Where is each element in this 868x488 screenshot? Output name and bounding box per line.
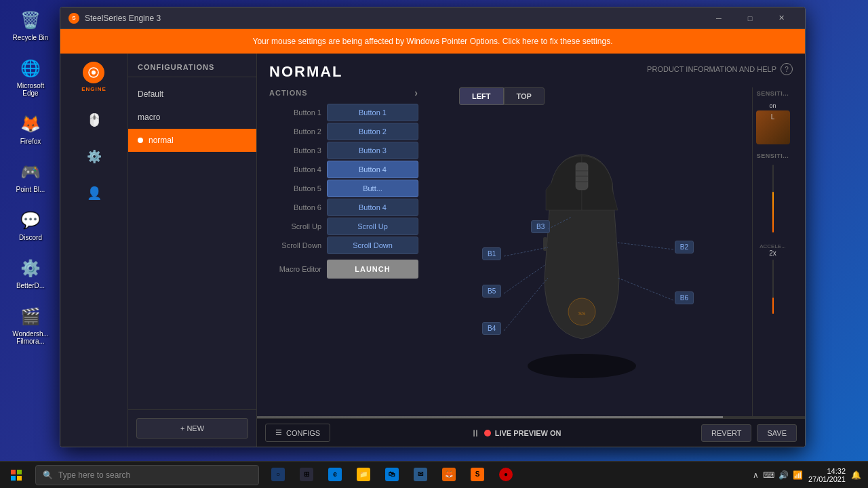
recycle-bin-label: Recycle Bin	[13, 34, 49, 41]
desktop-icon-discord[interactable]: 💬 Discord	[7, 207, 54, 244]
action-label-3: Button 4	[269, 165, 327, 174]
taskbar: 🔍 Type here to search ○ ⊞ e 📁 🛍 ✉ 🦊 S ●	[0, 461, 868, 488]
config-item-default[interactable]: Default	[128, 83, 256, 106]
action-btn-5[interactable]: Button 4	[327, 199, 418, 216]
tab-left[interactable]: LEFT	[459, 87, 504, 105]
desktop-icon-filmora[interactable]: 🎬 Wondersh... Filmora...	[7, 303, 54, 348]
action-btn-6[interactable]: Scroll Up	[327, 218, 418, 235]
acceleration-slider[interactable]	[772, 260, 774, 314]
action-btn-2[interactable]: Button 3	[327, 142, 418, 159]
search-icon: 🔍	[43, 470, 53, 480]
product-info-label: PRODUCT INFORMATION AND HELP	[647, 65, 776, 73]
windows-icon	[11, 470, 22, 481]
taskbar-app-cortana[interactable]: ○	[264, 462, 292, 489]
content-body: ACTIONS › Button 1 Button 1 Button 2 But…	[257, 87, 805, 416]
action-btn-1[interactable]: Button 2	[327, 123, 418, 140]
action-row-6: Scroll Up Scroll Up	[269, 218, 418, 235]
notification-bar[interactable]: Your mouse settings are being affected b…	[60, 29, 805, 54]
action-btn-3[interactable]: Button 4	[327, 161, 418, 178]
start-button[interactable]	[0, 462, 33, 489]
firefox-tb-icon: 🦊	[442, 468, 456, 481]
desktop-icon-better[interactable]: ⚙️ BetterD...	[7, 255, 54, 292]
mouse-button-b5[interactable]: B5	[482, 285, 501, 298]
taskbar-right: ∧ ⌨ 🔊 📶 14:32 27/01/2021 🔔	[753, 467, 868, 483]
taskbar-app-record[interactable]: ●	[492, 462, 519, 489]
network-icon[interactable]: 📶	[793, 470, 803, 480]
user-icon: 👤	[87, 186, 102, 201]
tab-top[interactable]: TOP	[504, 87, 545, 105]
save-button[interactable]: SAVE	[757, 424, 797, 442]
live-indicator-dot	[484, 430, 491, 436]
configurations-list: Default macro normal	[128, 77, 256, 409]
app-icon: S	[68, 13, 79, 24]
close-button[interactable]: ✕	[766, 7, 797, 29]
taskbar-app-mail[interactable]: ✉	[407, 462, 434, 489]
minimize-button[interactable]: ─	[703, 7, 734, 29]
taskbar-app-explorer[interactable]: 📁	[350, 462, 377, 489]
configurations-panel: CONFIGURATIONS Default macro normal + NE…	[128, 54, 257, 447]
desktop-icon-edge[interactable]: 🌐 Microsoft Edge	[7, 55, 54, 100]
configs-button[interactable]: ☰ CONFIGS	[265, 424, 330, 442]
mouse-button-b1[interactable]: B1	[482, 247, 501, 260]
taskbar-app-firefox-tb[interactable]: 🦊	[435, 462, 462, 489]
filmora-label: Wondersh... Filmora...	[9, 330, 52, 345]
actions-panel: ACTIONS › Button 1 Button 1 Button 2 But…	[269, 87, 418, 416]
notification-icon[interactable]: 🔔	[851, 470, 861, 480]
config-normal-label: normal	[149, 136, 174, 145]
keyboard-icon[interactable]: ⌨	[763, 470, 774, 480]
recycle-bin-icon: 🗑️	[20, 9, 41, 31]
action-label-0: Button 1	[269, 108, 327, 117]
search-placeholder: Type here to search	[58, 470, 130, 480]
progress-bar	[257, 416, 805, 418]
action-row-2: Button 3 Button 3	[269, 142, 418, 159]
config-default-label: Default	[138, 89, 163, 99]
chevron-up-icon[interactable]: ∧	[753, 470, 759, 480]
sensitivity-slider-track[interactable]	[772, 165, 774, 232]
config-item-macro[interactable]: macro	[128, 106, 256, 129]
revert-button[interactable]: REVERT	[701, 424, 751, 442]
mouse-button-b3[interactable]: B3	[531, 220, 550, 233]
mouse-button-b2[interactable]: B2	[675, 241, 694, 253]
new-config-button[interactable]: + NEW	[136, 418, 248, 439]
sensitivity-preview-label: L	[756, 110, 790, 123]
mouse-button-b4[interactable]: B4	[482, 322, 501, 335]
config-item-normal[interactable]: normal	[128, 129, 256, 152]
nav-item-devices[interactable]: 🖱️	[74, 103, 115, 137]
nav-item-user[interactable]: 👤	[74, 176, 115, 210]
info-icon: ?	[781, 63, 793, 75]
live-preview-label: LIVE PREVIEW ON	[495, 429, 561, 437]
discord-icon: 💬	[20, 209, 41, 231]
pause-icon[interactable]: ⏸	[471, 428, 480, 439]
product-info[interactable]: PRODUCT INFORMATION AND HELP ?	[647, 63, 793, 75]
progress-bar-fill	[257, 416, 723, 418]
nav-item-settings[interactable]: ⚙️	[74, 140, 115, 174]
action-row-4: Button 5 Butt...	[269, 180, 418, 197]
svg-rect-7	[543, 237, 547, 251]
action-btn-7[interactable]: Scroll Down	[327, 237, 418, 254]
actions-header: ACTIONS ›	[269, 87, 418, 104]
macro-editor-row: Macro Editor LAUNCH	[269, 260, 418, 279]
taskbar-search-box[interactable]: 🔍 Type here to search	[35, 465, 259, 485]
taskbar-app-steelseries[interactable]: S	[464, 462, 491, 489]
macro-editor-label: Macro Editor	[269, 265, 327, 273]
desktop-icon-game[interactable]: 🎮 Point Bl...	[7, 159, 54, 196]
mouse-button-b6[interactable]: B6	[675, 291, 694, 304]
desktop-icon-recycle[interactable]: 🗑️ Recycle Bin	[7, 7, 54, 44]
taskbar-app-edge[interactable]: e	[321, 462, 349, 489]
action-btn-0[interactable]: Button 1	[327, 104, 418, 121]
maximize-button[interactable]: □	[734, 7, 766, 29]
action-row-3: Button 4 Button 4	[269, 161, 418, 178]
better-icon: ⚙️	[20, 258, 41, 279]
desktop-icon-firefox[interactable]: 🦊 Firefox	[7, 110, 54, 148]
taskbar-clock[interactable]: 14:32 27/01/2021	[808, 467, 846, 483]
taskbar-app-taskview[interactable]: ⊞	[293, 462, 320, 489]
sensitivity-on-label: on	[769, 102, 776, 109]
taskbar-app-store[interactable]: 🛍	[378, 462, 406, 489]
edge-label: Microsoft Edge	[9, 82, 52, 97]
speaker-icon[interactable]: 🔊	[778, 470, 789, 480]
sensitivity-panel: SENSITI... on L SENSITI... ACCELE... 2x	[752, 87, 793, 416]
launch-button[interactable]: LAUNCH	[327, 260, 418, 279]
app-body: ENGINE 🖱️ ⚙️ 👤 CONFIGURATIONS Default ma…	[60, 54, 805, 447]
action-btn-4[interactable]: Butt...	[327, 180, 418, 197]
cortana-icon: ○	[271, 468, 285, 481]
